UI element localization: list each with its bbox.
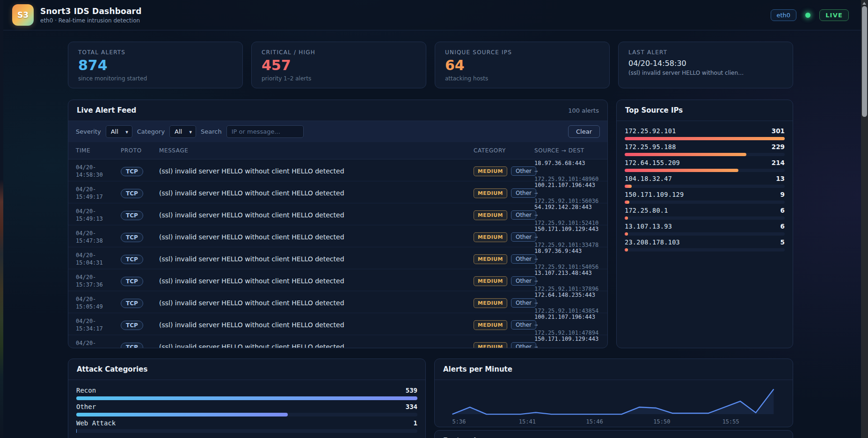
ip-bar-track — [625, 201, 785, 204]
alert-time: 04/20- 14:58:30 — [76, 164, 121, 179]
column-time: TIME — [76, 147, 121, 154]
alert-time: 04/20- 15:32:35 — [76, 339, 121, 348]
page-subtitle: eth0 · Real-time intrusion detection — [40, 17, 142, 24]
category-select[interactable]: All — [169, 125, 196, 138]
ip-bar-track — [625, 185, 785, 188]
source-ip-item: 172.25.80.1 6 — [625, 207, 785, 220]
source-ip-item: 13.107.13.93 6 — [625, 223, 785, 236]
clear-filters-button[interactable]: Clear — [568, 125, 600, 138]
ip-bar-fill — [625, 185, 632, 188]
category-badge: Other — [511, 254, 536, 264]
alert-proto-cell: TCP — [121, 232, 159, 242]
bottom-right-column: Alerts per Minute 5:3615:4115:4615:5015:… — [434, 359, 793, 438]
x-axis-label: 15:55 — [722, 418, 739, 425]
protocol-badge: TCP — [121, 189, 143, 198]
top-source-ips-panel: Top Source IPs 172.25.92.101 301 172.25.… — [616, 100, 793, 348]
live-alert-feed-panel: Live Alert Feed 100 alerts Severity All … — [68, 100, 608, 348]
scrollbar-thumb[interactable] — [862, 6, 867, 117]
chart-panel-title: Alerts per Minute — [443, 365, 512, 373]
severity-badge: MEDIUM — [474, 210, 507, 220]
protocols-panel: Protocols — [434, 430, 793, 438]
alert-row: 04/20- 14:58:30 TCP (ssl) invalid server… — [68, 159, 607, 181]
ips-panel-header: Top Source IPs — [617, 100, 793, 121]
search-label: Search — [201, 128, 222, 135]
alert-category-cell: MEDIUM Other — [474, 166, 534, 176]
severity-select-wrap: All ▾ — [106, 125, 132, 138]
categories-list: Recon 539 Other 334 Web Attack 1 — [68, 380, 425, 438]
alert-category-cell: MEDIUM Other — [474, 254, 534, 264]
source-ip-address: 23.208.178.103 — [625, 238, 680, 246]
protocol-badge: TCP — [121, 299, 143, 308]
category-count: 334 — [406, 403, 417, 410]
app-logo-text: S3 — [17, 10, 29, 20]
stat-sublabel: since monitoring started — [78, 75, 233, 82]
page-title: Snort3 IDS Dashboard — [40, 7, 142, 16]
feed-panel-title: Live Alert Feed — [77, 106, 136, 115]
chart-panel-header: Alerts per Minute — [435, 359, 793, 380]
stat-sublabel: priority 1–2 alerts — [262, 75, 416, 82]
alert-source-dest: 13.107.213.48:443 → 172.25.92.101:37896 — [534, 269, 600, 293]
protocol-badge: TCP — [121, 277, 143, 286]
protocol-badge: TCP — [121, 321, 143, 330]
source-ip-address: 172.25.92.101 — [625, 127, 676, 135]
alert-category-cell: MEDIUM Other — [474, 276, 534, 286]
alert-category-cell: MEDIUM Other — [474, 188, 534, 198]
category-badge: Other — [511, 210, 536, 220]
source-ip-count: 9 — [780, 191, 785, 198]
alert-row: 04/20- 15:34:17 TCP (ssl) invalid server… — [68, 313, 607, 335]
bottom-row: Attack Categories Recon 539 Other 334 We… — [68, 359, 793, 438]
alert-table-body: 04/20- 14:58:30 TCP (ssl) invalid server… — [68, 159, 607, 348]
category-label: Web Attack — [76, 419, 116, 427]
scrollbar[interactable] — [861, 0, 868, 438]
feed-filter-bar: Severity All ▾ Category All ▾ Search Cle… — [68, 121, 607, 142]
search-input[interactable] — [226, 125, 304, 138]
stat-sublabel: (ssl) invalid server HELLO without clien… — [628, 70, 783, 76]
dashboard-page: S3 Snort3 IDS Dashboard eth0 · Real-time… — [0, 0, 861, 438]
category-item: Other 334 — [76, 403, 417, 416]
stat-card: TOTAL ALERTS 874 since monitoring starte… — [68, 42, 243, 88]
category-badge: Other — [511, 232, 536, 242]
severity-select[interactable]: All — [106, 125, 132, 138]
source-ip-address: 172.64.155.209 — [625, 159, 680, 166]
category-badge: Other — [511, 320, 536, 330]
alert-time: 04/20- 15:04:31 — [76, 251, 121, 266]
alert-message: (ssl) invalid server HELLO without clien… — [159, 167, 474, 175]
severity-badge: MEDIUM — [474, 188, 507, 198]
categories-panel-title: Attack Categories — [77, 365, 147, 373]
column-proto: PROTO — [121, 147, 159, 154]
ip-bar-track — [625, 137, 785, 140]
alert-row: 04/20- 15:49:17 TCP (ssl) invalid server… — [68, 181, 607, 203]
protocol-badge: TCP — [121, 255, 143, 264]
alert-row: 04/20- 15:47:38 TCP (ssl) invalid server… — [68, 225, 607, 247]
source-ip-count: 6 — [780, 223, 785, 230]
category-count: 539 — [406, 387, 417, 394]
ip-bar-track — [625, 248, 785, 251]
severity-badge: MEDIUM — [474, 254, 507, 264]
alert-proto-cell: TCP — [121, 320, 159, 330]
alert-category-cell: MEDIUM Other — [474, 232, 534, 242]
live-badge: LIVE — [819, 9, 849, 21]
alert-message: (ssl) invalid server HELLO without clien… — [159, 211, 474, 219]
app-header: S3 Snort3 IDS Dashboard eth0 · Real-time… — [0, 0, 861, 30]
scrollbar-up-arrow-icon[interactable] — [862, 2, 866, 5]
alert-row: 04/20- 15:49:13 TCP (ssl) invalid server… — [68, 203, 607, 225]
ip-bar-fill — [625, 216, 628, 220]
alert-source-dest: 172.64.148.235:443 → 172.25.92.101:43854 — [534, 291, 600, 315]
alert-message: (ssl) invalid server HELLO without clien… — [159, 321, 474, 329]
source-ip-address: 104.18.32.47 — [625, 175, 672, 182]
ips-list: 172.25.92.101 301 172.25.95.188 229 172.… — [617, 121, 793, 260]
alert-source-dest: 100.21.107.196:443 → 172.25.92.101:47894 — [534, 313, 600, 337]
category-badge: Other — [511, 298, 536, 308]
x-axis-labels: 5:3615:4115:4615:5015:55 — [441, 417, 786, 427]
ip-bar-fill — [625, 232, 628, 236]
source-ip-item: 150.171.109.129 9 — [625, 191, 785, 204]
source-ip-count: 229 — [772, 143, 785, 151]
alert-time: 04/20- 15:34:17 — [76, 317, 121, 332]
x-axis-label: 5:36 — [452, 418, 466, 425]
alert-time: 04/20- 15:05:49 — [76, 295, 121, 310]
alerts-line-chart: 5:3615:4115:4615:5015:55 — [435, 380, 793, 427]
stat-label: UNIQUE SOURCE IPS — [445, 49, 599, 56]
alert-category-cell: MEDIUM Other — [474, 210, 534, 220]
source-ip-count: 301 — [772, 127, 785, 135]
interface-badge: eth0 — [771, 9, 797, 21]
